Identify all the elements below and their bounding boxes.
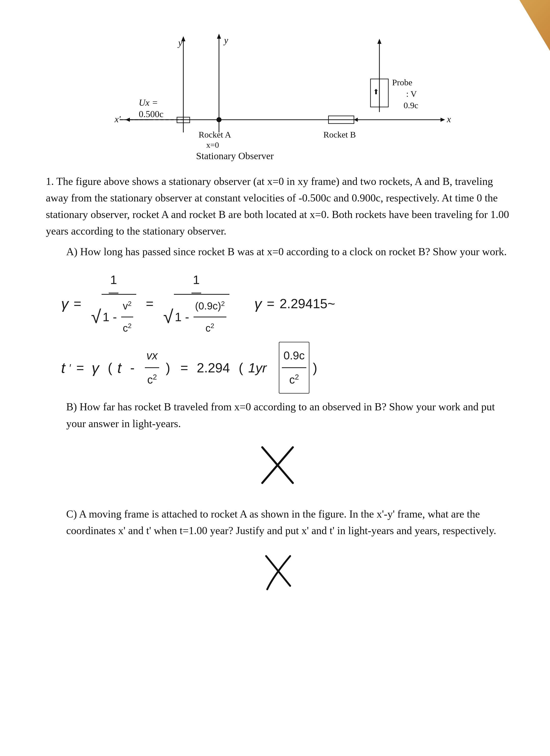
svg-text:0.500c: 0.500c <box>139 109 164 119</box>
svg-text:x=0: x=0 <box>206 140 219 150</box>
physics-diagram: y' x' Ux = 0.500c y x R <box>99 31 456 163</box>
svg-text:x: x <box>447 114 451 124</box>
x-mark-svg-b <box>252 442 303 488</box>
part-c-section: C) A moving frame is attached to rocket … <box>46 506 509 539</box>
svg-text:Rocket A: Rocket A <box>199 130 231 139</box>
gamma-value: 2.29415~ <box>279 290 335 317</box>
part-a-text: How long has passed since rocket B was a… <box>80 246 507 258</box>
part-c-label: C) <box>66 508 79 520</box>
svg-text:y': y' <box>178 38 185 48</box>
fraction-4: 0.9c c2 <box>282 344 306 391</box>
svg-text:⬆: ⬆ <box>373 88 379 96</box>
svg-text:Rocket B: Rocket B <box>323 130 356 139</box>
math-line-2: t ′ = γ ( t - vx c2 ) = 2.294 ( 1yr <box>61 344 509 391</box>
fraction-1: 1 √ 1 - v2 c2 <box>88 268 139 339</box>
question-1-intro: 1. The figure above shows a stationary o… <box>46 173 509 239</box>
svg-text:y: y <box>223 35 228 45</box>
svg-text:: V: : V <box>406 89 417 99</box>
part-a-label: A) <box>66 246 80 258</box>
part-a-question: A) How long has passed since rocket B wa… <box>66 244 509 260</box>
svg-marker-20 <box>377 39 381 44</box>
svg-point-16 <box>217 117 222 122</box>
svg-text:Ux =: Ux = <box>139 98 158 108</box>
svg-marker-11 <box>217 34 221 39</box>
problem-text: 1. The figure above shows a stationary o… <box>46 173 509 260</box>
diagram-container: y' x' Ux = 0.500c y x R <box>46 31 509 163</box>
part-b-label: B) <box>66 401 80 413</box>
part-b-text: How far has rocket B traveled from x=0 a… <box>66 401 495 429</box>
x-mark-svg-c <box>252 549 303 595</box>
part-b-section: B) How far has rocket B traveled from x=… <box>46 399 509 432</box>
svg-text:x': x' <box>114 114 121 124</box>
part-c-question: C) A moving frame is attached to rocket … <box>66 506 509 539</box>
fraction-2: 1 √ 1 - (0.9c)2 c2 <box>160 268 233 339</box>
math-work-part-a: γ = 1 √ 1 - v2 c2 <box>61 268 509 391</box>
part-b-x-mark <box>46 442 509 488</box>
part-b-question: B) How far has rocket B traveled from x=… <box>66 399 509 432</box>
math-line-1: γ = 1 √ 1 - v2 c2 <box>61 268 509 339</box>
part-c-text: A moving frame is attached to rocket A a… <box>66 508 496 536</box>
fraction-3: vx c2 <box>145 344 159 391</box>
svg-text:0.9c: 0.9c <box>403 101 418 110</box>
stationary-observer-label: Stationary Observer <box>196 151 274 161</box>
part-c-x-mark <box>46 549 509 595</box>
svg-marker-14 <box>440 118 445 122</box>
svg-text:Probe: Probe <box>392 78 412 87</box>
